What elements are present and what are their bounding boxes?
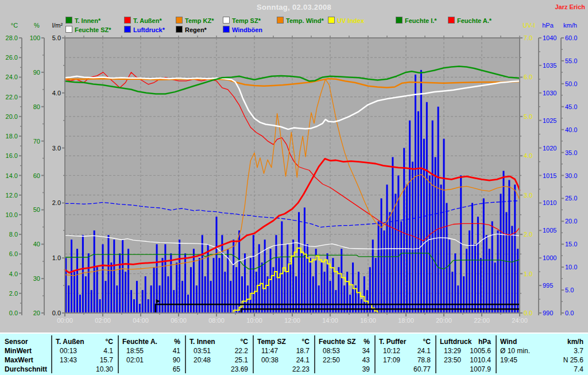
- svg-text:°C: °C: [11, 22, 18, 29]
- svg-text:5.0: 5.0: [524, 113, 532, 120]
- svg-text:1025: 1025: [543, 117, 556, 124]
- stat-wind-min-value: 3.7: [574, 347, 583, 355]
- stat-luftdruck-unit: hPa: [478, 338, 491, 346]
- row-label-minwert: MinWert: [5, 347, 32, 355]
- stat-luftdruck-max-time: 23:50: [444, 356, 461, 364]
- svg-text:3.0: 3.0: [524, 192, 532, 199]
- svg-text:40.0: 40.0: [565, 126, 577, 133]
- stat-temp-sz-unit: °C: [302, 338, 310, 346]
- svg-text:70: 70: [33, 138, 40, 145]
- stat-t-puffer-unit: °C: [423, 338, 431, 346]
- stat-feuchte-a--max-value: 90: [173, 356, 180, 364]
- stat-t-innen-max-value: 25.1: [235, 356, 248, 364]
- svg-text:1005: 1005: [543, 227, 556, 234]
- stat-wind-avg-value: 7.4: [574, 365, 583, 373]
- svg-text:1035: 1035: [543, 62, 556, 69]
- svg-text:4.0: 4.0: [524, 152, 532, 159]
- weather-chart: °C28.026.024.022.020.018.016.014.012.010…: [0, 0, 588, 333]
- svg-text:5.0: 5.0: [565, 287, 574, 293]
- svg-text:12:00: 12:00: [284, 317, 300, 324]
- svg-text:1010: 1010: [543, 199, 556, 206]
- stat-temp-sz-max-time: 00:38: [261, 356, 278, 364]
- stat-feuchte-sz-name: Feuchte SZ: [319, 338, 356, 346]
- svg-text:55.0: 55.0: [565, 57, 577, 64]
- svg-text:26.0: 26.0: [6, 54, 18, 61]
- svg-text:12.0: 12.0: [6, 192, 18, 199]
- svg-text:02:00: 02:00: [95, 317, 111, 324]
- stat-t-innen-max-time: 20:48: [194, 356, 211, 364]
- svg-text:20:00: 20:00: [436, 317, 452, 324]
- svg-text:1020: 1020: [543, 145, 556, 152]
- svg-text:30: 30: [33, 275, 40, 282]
- svg-text:0.0: 0.0: [52, 310, 61, 316]
- stat-t-au-en-avg-value: 10.30: [96, 365, 113, 373]
- table-separator: [496, 335, 497, 373]
- svg-text:%: %: [34, 22, 40, 29]
- stat-feuchte-sz-unit: %: [363, 338, 370, 346]
- stat-wind-unit: km/h: [567, 338, 583, 346]
- svg-text:00:00: 00:00: [57, 317, 73, 324]
- svg-text:16:00: 16:00: [360, 317, 376, 324]
- svg-text:10.0: 10.0: [6, 211, 18, 218]
- stat-t-puffer-min-value: 24.1: [417, 347, 431, 355]
- svg-text:2.0: 2.0: [52, 199, 61, 206]
- row-label-durchschnitt: Durchschnitt: [5, 365, 47, 373]
- svg-text:1030: 1030: [543, 90, 556, 96]
- svg-text:km/h: km/h: [563, 22, 577, 29]
- stat-temp-sz-min-time: 11:47: [261, 347, 278, 355]
- svg-text:8.0: 8.0: [9, 231, 18, 238]
- svg-text:28.0: 28.0: [6, 34, 18, 41]
- svg-text:60.0: 60.0: [565, 34, 577, 41]
- svg-text:5.0: 5.0: [52, 34, 61, 41]
- svg-text:22.0: 22.0: [6, 94, 18, 100]
- svg-text:0.0: 0.0: [9, 310, 18, 316]
- stat-t-puffer-min-time: 10:12: [383, 347, 400, 355]
- stat-luftdruck-max-value: 1010.4: [470, 356, 491, 364]
- stat-feuchte-sz-max-time: 22:50: [323, 356, 340, 364]
- svg-text:l/m²: l/m²: [52, 22, 63, 29]
- svg-text:80: 80: [33, 103, 40, 110]
- stat-feuchte-sz-min-value: 34: [362, 347, 370, 355]
- stat-feuchte-a--unit: %: [174, 338, 180, 346]
- svg-text:45.0: 45.0: [565, 103, 577, 110]
- table-separator: [253, 335, 254, 373]
- svg-text:4.0: 4.0: [9, 270, 18, 277]
- stat-luftdruck-min-value: 1005.6: [470, 347, 491, 355]
- axis-rain-lm2: l/m²5.04.03.02.01.00.0: [52, 22, 65, 316]
- stat-t-puffer-name: T. Puffer: [379, 338, 406, 346]
- stat-temp-sz-max-value: 24.1: [296, 356, 310, 364]
- svg-text:6.0: 6.0: [524, 74, 532, 80]
- svg-text:20: 20: [33, 310, 40, 316]
- svg-text:35.0: 35.0: [565, 149, 577, 156]
- stat-t-innen-min-time: 03:51: [194, 347, 211, 355]
- stat-t-au-en-min-time: 00:13: [60, 347, 77, 355]
- table-separator: [374, 335, 376, 373]
- svg-text:50: 50: [33, 206, 40, 213]
- stat-luftdruck-min-time: 13:29: [444, 347, 461, 355]
- stat-t-au-en-max-time: 13:43: [60, 356, 77, 364]
- svg-text:1.0: 1.0: [52, 254, 61, 261]
- stat-t-au-en-min-value: 4.1: [103, 347, 113, 355]
- axis-uv-index: UV-I7.06.05.04.03.02.01.00.0: [520, 22, 535, 316]
- svg-text:14.0: 14.0: [6, 172, 18, 179]
- svg-text:60: 60: [33, 172, 40, 179]
- stat-wind-min-time: Ø 10 min.: [500, 347, 530, 355]
- stats-table: SensorMinWertMaxWertDurchschnittT. Außen…: [0, 333, 588, 375]
- svg-text:22:00: 22:00: [474, 317, 490, 324]
- svg-text:40: 40: [33, 241, 40, 248]
- table-separator: [51, 335, 52, 373]
- stat-wind-max-time: 19:45: [500, 356, 517, 364]
- stat-feuchte-a--min-value: 41: [173, 347, 180, 355]
- table-separator: [435, 335, 436, 373]
- axis-humidity-pct: %1009080706050403020: [30, 22, 44, 316]
- table-separator: [185, 335, 186, 373]
- svg-text:10.0: 10.0: [565, 264, 577, 270]
- axis-wind-kmh: km/h60.055.050.045.040.035.030.025.020.0…: [561, 22, 577, 316]
- svg-text:25.0: 25.0: [565, 195, 577, 202]
- svg-text:2.0: 2.0: [524, 231, 532, 238]
- app-window: Sonntag, 02.03.2008 Jarz Erich T. Innen*…: [0, 0, 588, 375]
- svg-text:06:00: 06:00: [171, 317, 187, 324]
- svg-text:20.0: 20.0: [565, 218, 577, 225]
- svg-text:18:00: 18:00: [398, 317, 414, 324]
- svg-text:1040: 1040: [543, 34, 556, 41]
